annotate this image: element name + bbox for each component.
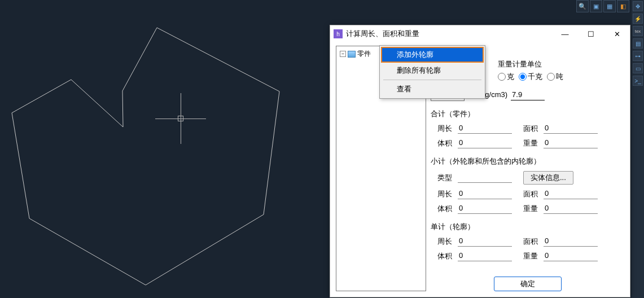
tool-nav-icon[interactable]: ✥ xyxy=(633,1,643,11)
tool-text-icon[interactable]: tex xyxy=(633,26,643,36)
radio-ton[interactable]: 吨 xyxy=(547,72,563,82)
menu-separator xyxy=(383,80,481,80)
top-tool-panel: 🔍 ▣ ▦ ◧ xyxy=(576,0,629,12)
single-volume-label: 体积 xyxy=(437,251,454,261)
context-menu: 添加外轮廓 删除所有轮廓 查看 xyxy=(379,45,485,99)
dialog-titlebar[interactable]: h 计算周长、面积和重量 — ☐ ✕ xyxy=(330,25,630,42)
calc-dialog: h 计算周长、面积和重量 — ☐ ✕ − 零件 添加外轮廓 删除所有轮廓 查看 … xyxy=(330,25,630,297)
single-volume-value: 0 xyxy=(458,251,512,261)
svg-marker-0 xyxy=(12,28,279,285)
single-weight-value: 0 xyxy=(544,251,598,261)
subtotal-title: 小计（外轮廓和所包含的内轮廓） xyxy=(431,156,624,166)
more-icon[interactable]: ◧ xyxy=(617,0,629,12)
totals-weight-value: 0 xyxy=(544,138,598,148)
subtotal-type-value xyxy=(458,173,512,183)
single-title: 单计（轮廓） xyxy=(431,222,624,232)
entity-info-button[interactable]: 实体信息... xyxy=(523,171,573,185)
ratio-input[interactable] xyxy=(511,89,545,100)
subtotal-perimeter-value: 0 xyxy=(458,189,512,199)
app-icon: h xyxy=(334,29,343,38)
totals-perimeter-value: 0 xyxy=(458,124,512,134)
expand-icon[interactable]: − xyxy=(340,51,346,57)
ok-button[interactable]: 确定 xyxy=(494,277,562,291)
tool-layers-icon[interactable]: ▤ xyxy=(633,38,643,49)
totals-perimeter-label: 周长 xyxy=(437,124,454,134)
tool-connect-icon[interactable]: ⊶ xyxy=(633,51,643,61)
subtotal-weight-value: 0 xyxy=(544,204,598,214)
right-toolbar: ✥ ⚡ tex ▤ ⊶ ▭ >_ xyxy=(632,0,644,298)
totals-volume-value: 0 xyxy=(458,138,512,148)
tool-bolt-icon[interactable]: ⚡ xyxy=(633,14,643,24)
close-button[interactable]: ✕ xyxy=(604,25,630,42)
weight-unit-radios: 克 千克 吨 xyxy=(498,72,563,82)
totals-area-label: 面积 xyxy=(523,124,540,134)
polygon-shape xyxy=(8,25,293,293)
subtotal-area-value: 0 xyxy=(544,189,598,199)
window-icon[interactable]: ▣ xyxy=(590,0,602,12)
part-icon xyxy=(348,51,356,58)
subtotal-type-label: 类型 xyxy=(437,173,454,183)
totals-area-value: 0 xyxy=(544,124,598,134)
totals-volume-label: 体积 xyxy=(437,138,454,148)
minimize-button[interactable]: — xyxy=(552,25,578,42)
subtotal-volume-label: 体积 xyxy=(437,204,454,214)
weight-unit-label: 重量计量单位 xyxy=(498,59,563,69)
menu-view[interactable]: 查看 xyxy=(381,81,484,97)
single-perimeter-value: 0 xyxy=(458,236,512,247)
tree-root-label: 零件 xyxy=(357,49,371,59)
totals-weight-label: 重量 xyxy=(523,138,540,148)
subtotal-weight-label: 重量 xyxy=(523,204,540,214)
single-area-label: 面积 xyxy=(523,236,540,247)
totals-title: 合计（零件） xyxy=(431,109,624,119)
radio-g[interactable]: 克 xyxy=(498,72,514,82)
tool-rect-icon[interactable]: ▭ xyxy=(633,63,643,73)
menu-delete-all[interactable]: 删除所有轮廓 xyxy=(381,63,484,78)
menu-add-outer[interactable]: 添加外轮廓 xyxy=(381,47,484,63)
search-icon[interactable]: 🔍 xyxy=(576,0,589,12)
grid-icon[interactable]: ▦ xyxy=(603,0,616,12)
maximize-button[interactable]: ☐ xyxy=(578,25,604,42)
radio-kg[interactable]: 千克 xyxy=(519,72,542,82)
tool-cmd-icon[interactable]: >_ xyxy=(633,76,643,86)
single-area-value: 0 xyxy=(544,236,598,247)
subtotal-volume-value: 0 xyxy=(458,204,512,214)
single-weight-label: 重量 xyxy=(523,251,540,261)
single-perimeter-label: 周长 xyxy=(437,236,454,247)
subtotal-perimeter-label: 周长 xyxy=(437,189,454,199)
tree-pane[interactable]: − 零件 添加外轮廓 删除所有轮廓 查看 xyxy=(336,46,426,291)
subtotal-area-label: 面积 xyxy=(523,189,540,199)
dialog-title: 计算周长、面积和重量 xyxy=(346,29,552,39)
